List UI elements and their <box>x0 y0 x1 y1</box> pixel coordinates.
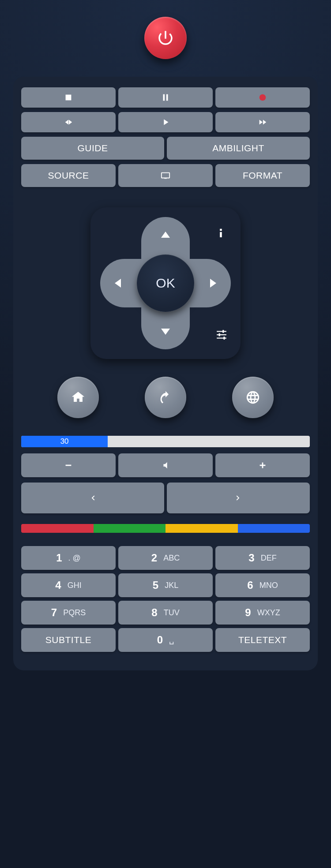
media-row-2 <box>21 112 310 132</box>
svg-point-3 <box>260 94 266 101</box>
stop-button[interactable] <box>21 87 116 108</box>
red-key[interactable] <box>21 524 94 533</box>
format-button[interactable]: FORMAT <box>215 164 310 187</box>
record-button[interactable] <box>215 87 310 108</box>
globe-icon <box>245 390 260 405</box>
fast-forward-icon <box>258 117 267 127</box>
volume-value: 30 <box>21 436 108 447</box>
svg-rect-1 <box>163 94 165 101</box>
subtitle-button[interactable]: SUBTITLE <box>21 628 116 652</box>
source-button[interactable]: SOURCE <box>21 164 116 187</box>
volume-controls <box>21 453 310 477</box>
home-button[interactable] <box>57 377 99 418</box>
adjust-icon[interactable] <box>215 329 228 340</box>
key-1[interactable]: 1. @ <box>21 546 116 570</box>
play-icon <box>161 117 170 127</box>
key-0[interactable]: 0␣ <box>118 628 213 652</box>
power-row <box>13 17 318 59</box>
key-3[interactable]: 3DEF <box>215 546 310 570</box>
media-row-1 <box>21 87 310 108</box>
volume-low-icon <box>161 460 170 470</box>
svg-rect-12 <box>66 465 71 466</box>
svg-rect-7 <box>222 330 224 333</box>
back-button[interactable] <box>145 377 186 418</box>
rewind-button[interactable] <box>21 112 116 132</box>
row-guide-ambilight: GUIDE AMBILIGHT <box>21 137 310 160</box>
channel-up-button[interactable] <box>167 483 310 513</box>
yellow-key[interactable] <box>166 524 238 533</box>
info-icon[interactable] <box>216 226 226 239</box>
key-8[interactable]: 8TUV <box>118 601 213 625</box>
volume-bar[interactable]: 30 <box>21 436 310 447</box>
mute-button[interactable] <box>118 453 213 477</box>
watchtv-button[interactable] <box>118 164 213 187</box>
key-9[interactable]: 9WXYZ <box>215 601 310 625</box>
remote-panel: GUIDE AMBILIGHT SOURCE FORMAT OK <box>0 0 331 697</box>
svg-rect-5 <box>220 232 222 237</box>
volume-up-button[interactable] <box>215 453 310 477</box>
key-7[interactable]: 7PQRS <box>21 601 116 625</box>
svg-rect-8 <box>217 334 226 335</box>
svg-rect-9 <box>219 333 220 337</box>
nav-circle-row <box>34 377 297 418</box>
color-keys <box>21 524 310 533</box>
channel-controls <box>21 483 310 513</box>
key-2[interactable]: 2ABC <box>118 546 213 570</box>
minus-icon <box>64 460 73 470</box>
pause-button[interactable] <box>118 87 213 108</box>
guide-button[interactable]: GUIDE <box>21 137 164 160</box>
home-icon <box>71 390 86 405</box>
svg-rect-2 <box>166 94 168 101</box>
chevron-left-icon <box>88 493 98 503</box>
key-5[interactable]: 5JKL <box>118 573 213 597</box>
power-button[interactable] <box>144 17 187 59</box>
chevron-right-icon <box>233 493 243 503</box>
arrow-down-icon <box>161 329 170 335</box>
ambilight-button[interactable]: AMBILIGHT <box>167 137 310 160</box>
key-4[interactable]: 4GHI <box>21 573 116 597</box>
volume-down-button[interactable] <box>21 453 116 477</box>
green-key[interactable] <box>94 524 166 533</box>
arrow-up-icon <box>161 232 170 238</box>
fast-forward-button[interactable] <box>215 112 310 132</box>
key-6[interactable]: 6MNO <box>215 573 310 597</box>
teletext-button[interactable]: TELETEXT <box>215 628 310 652</box>
record-icon <box>258 93 267 102</box>
arrow-left-icon <box>115 279 121 288</box>
dpad: OK <box>90 207 241 359</box>
blue-key[interactable] <box>238 524 310 533</box>
stop-icon <box>64 93 73 102</box>
remote-body: GUIDE AMBILIGHT SOURCE FORMAT OK <box>13 77 318 670</box>
svg-rect-4 <box>220 229 222 231</box>
svg-rect-11 <box>223 337 225 340</box>
plus-icon <box>258 460 267 470</box>
pause-icon <box>161 93 170 102</box>
rewind-icon <box>64 117 73 127</box>
keypad: 1. @ 2ABC 3DEF 4GHI 5JKL 6MNO 7PQRS 8TUV… <box>21 546 310 652</box>
svg-rect-14 <box>260 465 266 466</box>
arrow-right-icon <box>210 279 216 288</box>
svg-rect-0 <box>66 95 71 101</box>
ok-button[interactable]: OK <box>137 254 194 312</box>
browser-button[interactable] <box>232 377 274 418</box>
row-source-tv-format: SOURCE FORMAT <box>21 164 310 187</box>
svg-rect-6 <box>217 331 226 332</box>
tv-icon <box>161 171 170 180</box>
play-button[interactable] <box>118 112 213 132</box>
channel-down-button[interactable] <box>21 483 164 513</box>
power-icon <box>156 29 175 47</box>
undo-icon <box>158 390 173 405</box>
